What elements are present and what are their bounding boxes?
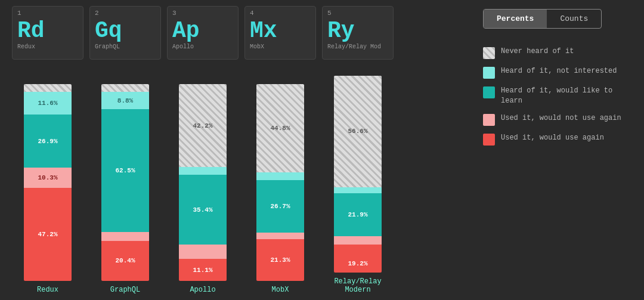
chart-col-relay/relay-modern: 56.6%21.9%19.2%Relay/Relay Modern [322,76,394,294]
cards-row: 1 Rd Redux 2 Gq GraphQL 3 Ap Apollo 4 Mx… [12,6,471,60]
bar-segment-heard-not: 11.6% [24,92,72,115]
bar-segment-heard-not: 8.8% [101,92,149,109]
legend-item-never: Never heard of it [483,47,632,59]
bar-segment-used-not [334,236,382,245]
card-number: 5 [327,10,332,17]
legend-item-heard-learn: Heard of it, would like to learn [483,86,632,106]
bar-segment-used-yes: 47.2% [24,188,72,281]
card-name: Relay/Relay Mod [327,44,388,50]
chart-label: Relay/Relay Modern [322,277,394,294]
legend-item-heard-not: Heard of it, not interested [483,66,632,79]
card-abbr: Mx [250,20,311,42]
legend-text-heard-learn: Heard of it, would like to learn [501,86,632,106]
chart-col-mobx: 44.8%26.7%21.3%MobX [244,84,316,294]
legend-swatch-never [483,47,495,59]
chart-label: MobX [272,286,289,294]
bar-segment-heard-learn: 26.9% [24,115,72,168]
chart-col-apollo: 42.2%35.4%11.1%Apollo [167,84,239,294]
card-number: 2 [95,10,99,17]
legend-swatch-heard-not [483,67,495,79]
bar-segment-heard-learn: 26.7% [256,180,304,233]
bar-container: 56.6%21.9%19.2% [334,76,382,273]
card-ap: 3 Ap Apollo [167,6,239,60]
legend-item-used-not: Used it, would not use again [483,113,632,126]
bar-segment-used-not: 10.3% [24,168,72,188]
card-abbr: Ry [327,20,388,42]
card-name: GraphQL [95,44,156,50]
legend-text-used-yes: Used it, would use again [501,133,604,143]
bar-segment-used-yes: 19.2% [334,245,382,273]
charts-row: 11.6%26.9%10.3%47.2%Redux8.8%62.5%20.4%G… [12,64,471,294]
card-abbr: Gq [95,20,156,42]
legend-item-used-yes: Used it, would use again [483,133,632,146]
bar-segment-used-yes: 20.4% [101,241,149,281]
chart-label: Apollo [190,286,215,294]
card-abbr: Ap [172,20,233,42]
card-gq: 2 Gq GraphQL [89,6,161,60]
legend-text-heard-not: Heard of it, not interested [501,66,617,76]
card-name: Redux [17,44,78,50]
card-ry: 5 Ry Relay/Relay Mod [322,6,394,60]
bar-container: 8.8%62.5%20.4% [101,84,149,281]
legend: Never heard of itHeard of it, not intere… [483,47,632,146]
bar-segment-heard-learn: 21.9% [334,193,382,236]
bar-container: 42.2%35.4%11.1% [179,84,227,281]
chart-col-redux: 11.6%26.9%10.3%47.2%Redux [12,84,83,294]
card-number: 3 [172,10,177,17]
bar-segment-heard-learn: 62.5% [101,109,149,232]
bar-segment-never: 44.8% [256,84,304,172]
chart-label: GraphQL [110,286,140,294]
legend-text-used-not: Used it, would not use again [501,113,621,123]
bar-container: 11.6%26.9%10.3%47.2% [24,84,72,281]
chart-label: Redux [37,286,58,294]
bar-segment-heard-not [334,187,382,193]
legend-swatch-heard-learn [483,86,495,98]
bar-segment-heard-not [179,167,227,175]
bar-segment-used-not [256,233,304,239]
card-abbr: Rd [17,20,78,42]
bar-segment-used-yes: 21.3% [256,239,304,281]
percents-button[interactable]: Percents [484,10,547,28]
toggle-bar: Percents Counts [483,9,602,29]
bar-segment-heard-learn: 35.4% [179,175,227,245]
bar-segment-never: 42.2% [179,84,227,167]
main-content: 1 Rd Redux 2 Gq GraphQL 3 Ap Apollo 4 Mx… [12,6,471,294]
bar-segment-used-yes: 11.1% [179,259,227,281]
bar-segment-used-not [179,245,227,259]
bar-segment-used-not [101,232,149,240]
bar-segment-never [101,84,149,92]
bar-container: 44.8%26.7%21.3% [256,84,304,281]
card-number: 4 [250,10,254,17]
legend-swatch-used-not [483,114,495,126]
counts-button[interactable]: Counts [547,10,601,28]
chart-col-graphql: 8.8%62.5%20.4%GraphQL [89,84,161,294]
bar-segment-heard-not [256,172,304,180]
bar-segment-never: 56.6% [334,76,382,187]
card-name: MobX [250,44,311,50]
legend-text-never: Never heard of it [501,47,574,57]
card-rd: 1 Rd Redux [12,6,83,60]
legend-swatch-used-yes [483,134,495,146]
bar-segment-never [24,84,72,92]
card-mx: 4 Mx MobX [244,6,316,60]
card-name: Apollo [172,44,233,50]
right-panel: Percents Counts Never heard of itHeard o… [471,6,632,294]
card-number: 1 [17,10,21,17]
